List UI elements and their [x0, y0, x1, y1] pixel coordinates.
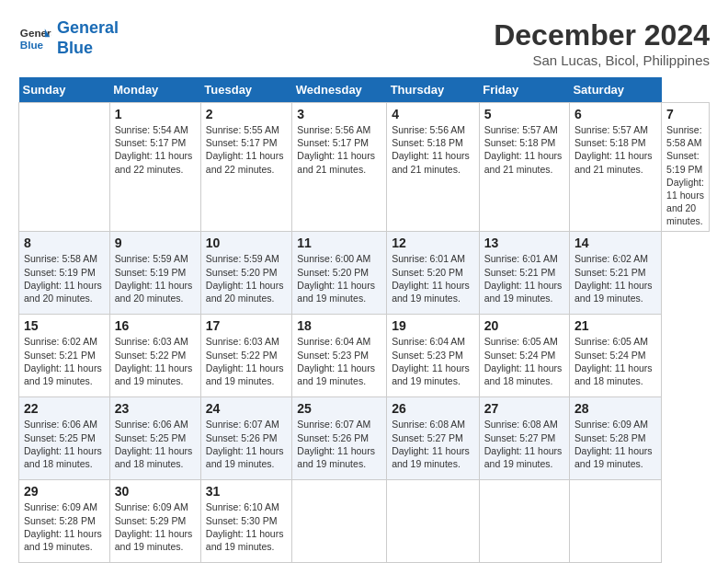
day-info: Sunrise: 6:08 AM Sunset: 5:27 PM Dayligh… — [392, 418, 474, 470]
calendar-day-cell: 4Sunrise: 5:56 AM Sunset: 5:18 PM Daylig… — [387, 103, 480, 232]
day-header-friday: Friday — [479, 77, 569, 103]
calendar-table: SundayMondayTuesdayWednesdayThursdayFrid… — [18, 77, 710, 563]
day-header-monday: Monday — [109, 77, 200, 103]
location: San Lucas, Bicol, Philippines — [494, 52, 710, 68]
day-info: Sunrise: 5:56 AM Sunset: 5:17 PM Dayligh… — [297, 123, 381, 176]
day-number: 22 — [24, 401, 105, 416]
day-number: 2 — [206, 107, 288, 121]
day-number: 14 — [574, 236, 656, 250]
day-number: 12 — [392, 236, 474, 250]
day-number: 30 — [115, 484, 196, 499]
day-number: 6 — [574, 107, 656, 121]
day-info: Sunrise: 6:03 AM Sunset: 5:22 PM Dayligh… — [115, 335, 196, 387]
day-number: 3 — [297, 107, 381, 121]
calendar-day-cell: 18Sunrise: 6:04 AM Sunset: 5:23 PM Dayli… — [292, 315, 387, 397]
day-number: 23 — [115, 401, 196, 416]
day-number: 10 — [206, 236, 288, 250]
day-info: Sunrise: 6:10 AM Sunset: 5:30 PM Dayligh… — [206, 500, 288, 553]
day-info: Sunrise: 6:05 AM Sunset: 5:24 PM Dayligh… — [574, 335, 656, 387]
day-number: 7 — [666, 107, 704, 121]
day-number: 18 — [297, 318, 381, 333]
calendar-day-cell — [387, 480, 480, 563]
calendar-day-cell: 1Sunrise: 5:54 AM Sunset: 5:17 PM Daylig… — [109, 103, 200, 232]
calendar-day-cell: 15Sunrise: 6:02 AM Sunset: 5:21 PM Dayli… — [19, 315, 110, 397]
day-header-thursday: Thursday — [387, 77, 480, 103]
calendar-day-cell: 21Sunrise: 6:05 AM Sunset: 5:24 PM Dayli… — [569, 315, 661, 397]
day-info: Sunrise: 5:58 AM Sunset: 5:19 PM Dayligh… — [24, 252, 105, 304]
day-info: Sunrise: 6:02 AM Sunset: 5:21 PM Dayligh… — [574, 252, 656, 304]
day-number: 15 — [24, 318, 105, 333]
day-number: 11 — [297, 236, 381, 250]
calendar-day-cell: 5Sunrise: 5:57 AM Sunset: 5:18 PM Daylig… — [479, 103, 569, 232]
day-info: Sunrise: 6:06 AM Sunset: 5:25 PM Dayligh… — [24, 418, 105, 470]
calendar-day-cell: 31Sunrise: 6:10 AM Sunset: 5:30 PM Dayli… — [200, 480, 292, 563]
day-number: 26 — [392, 401, 474, 416]
calendar-body: 1Sunrise: 5:54 AM Sunset: 5:17 PM Daylig… — [19, 103, 710, 563]
day-info: Sunrise: 5:56 AM Sunset: 5:18 PM Dayligh… — [392, 123, 474, 176]
day-number: 19 — [392, 318, 474, 333]
day-info: Sunrise: 6:07 AM Sunset: 5:26 PM Dayligh… — [206, 418, 288, 470]
day-info: Sunrise: 6:04 AM Sunset: 5:23 PM Dayligh… — [392, 335, 474, 387]
month-title: December 2024 — [494, 18, 710, 52]
day-number: 29 — [24, 484, 105, 499]
day-header-wednesday: Wednesday — [292, 77, 387, 103]
day-number: 13 — [484, 236, 564, 250]
calendar-header-row: SundayMondayTuesdayWednesdayThursdayFrid… — [19, 77, 710, 103]
day-info: Sunrise: 5:55 AM Sunset: 5:17 PM Dayligh… — [206, 123, 288, 176]
day-info: Sunrise: 6:00 AM Sunset: 5:20 PM Dayligh… — [297, 252, 381, 304]
day-number: 31 — [206, 484, 288, 499]
calendar-day-cell: 8Sunrise: 5:58 AM Sunset: 5:19 PM Daylig… — [19, 232, 110, 315]
day-header-sunday: Sunday — [19, 77, 110, 103]
logo-icon: General Blue — [18, 22, 51, 55]
day-info: Sunrise: 6:06 AM Sunset: 5:25 PM Dayligh… — [115, 418, 196, 470]
day-number: 21 — [574, 318, 656, 333]
day-number: 8 — [24, 236, 105, 250]
calendar-day-cell: 13Sunrise: 6:01 AM Sunset: 5:21 PM Dayli… — [479, 232, 569, 315]
day-number: 16 — [115, 318, 196, 333]
calendar-day-cell: 16Sunrise: 6:03 AM Sunset: 5:22 PM Dayli… — [109, 315, 200, 397]
calendar-day-cell: 28Sunrise: 6:09 AM Sunset: 5:28 PM Dayli… — [569, 397, 661, 480]
calendar-day-cell: 26Sunrise: 6:08 AM Sunset: 5:27 PM Dayli… — [387, 397, 480, 480]
calendar-day-cell: 14Sunrise: 6:02 AM Sunset: 5:21 PM Dayli… — [569, 232, 661, 315]
calendar-week-row: 29Sunrise: 6:09 AM Sunset: 5:28 PM Dayli… — [19, 480, 710, 563]
logo-line2: Blue — [57, 39, 93, 57]
calendar-day-cell: 19Sunrise: 6:04 AM Sunset: 5:23 PM Dayli… — [387, 315, 480, 397]
day-info: Sunrise: 5:57 AM Sunset: 5:18 PM Dayligh… — [484, 123, 564, 176]
day-info: Sunrise: 6:05 AM Sunset: 5:24 PM Dayligh… — [484, 335, 564, 387]
day-info: Sunrise: 6:03 AM Sunset: 5:22 PM Dayligh… — [206, 335, 288, 387]
calendar-day-cell: 10Sunrise: 5:59 AM Sunset: 5:20 PM Dayli… — [200, 232, 292, 315]
calendar-day-cell: 7Sunrise: 5:58 AM Sunset: 5:19 PM Daylig… — [662, 103, 710, 232]
calendar-day-cell: 6Sunrise: 5:57 AM Sunset: 5:18 PM Daylig… — [569, 103, 661, 232]
day-number: 5 — [484, 107, 564, 121]
day-number: 20 — [484, 318, 564, 333]
title-block: December 2024 San Lucas, Bicol, Philippi… — [494, 18, 710, 68]
calendar-day-cell: 23Sunrise: 6:06 AM Sunset: 5:25 PM Dayli… — [109, 397, 200, 480]
day-info: Sunrise: 6:07 AM Sunset: 5:26 PM Dayligh… — [297, 418, 381, 470]
calendar-day-cell: 22Sunrise: 6:06 AM Sunset: 5:25 PM Dayli… — [19, 397, 110, 480]
day-info: Sunrise: 5:59 AM Sunset: 5:20 PM Dayligh… — [206, 252, 288, 304]
day-number: 25 — [297, 401, 381, 416]
day-info: Sunrise: 6:09 AM Sunset: 5:28 PM Dayligh… — [574, 418, 656, 470]
day-number: 27 — [484, 401, 564, 416]
day-info: Sunrise: 5:58 AM Sunset: 5:19 PM Dayligh… — [666, 123, 704, 227]
calendar-day-cell — [479, 480, 569, 563]
calendar-day-cell — [569, 480, 661, 563]
day-header-tuesday: Tuesday — [200, 77, 292, 103]
calendar-day-cell: 24Sunrise: 6:07 AM Sunset: 5:26 PM Dayli… — [200, 397, 292, 480]
page-header: General Blue General Blue December 2024 … — [18, 18, 710, 68]
calendar-day-cell: 27Sunrise: 6:08 AM Sunset: 5:27 PM Dayli… — [479, 397, 569, 480]
day-info: Sunrise: 5:59 AM Sunset: 5:19 PM Dayligh… — [115, 252, 196, 304]
calendar-day-cell: 17Sunrise: 6:03 AM Sunset: 5:22 PM Dayli… — [200, 315, 292, 397]
calendar-day-cell: 3Sunrise: 5:56 AM Sunset: 5:17 PM Daylig… — [292, 103, 387, 232]
calendar-day-cell: 9Sunrise: 5:59 AM Sunset: 5:19 PM Daylig… — [109, 232, 200, 315]
calendar-day-cell — [19, 103, 110, 232]
day-number: 9 — [115, 236, 196, 250]
calendar-day-cell: 11Sunrise: 6:00 AM Sunset: 5:20 PM Dayli… — [292, 232, 387, 315]
day-info: Sunrise: 5:57 AM Sunset: 5:18 PM Dayligh… — [574, 123, 656, 176]
day-info: Sunrise: 6:02 AM Sunset: 5:21 PM Dayligh… — [24, 335, 105, 387]
day-info: Sunrise: 6:08 AM Sunset: 5:27 PM Dayligh… — [484, 418, 564, 470]
svg-text:Blue: Blue — [20, 38, 44, 50]
day-info: Sunrise: 6:09 AM Sunset: 5:29 PM Dayligh… — [115, 500, 196, 553]
day-info: Sunrise: 6:01 AM Sunset: 5:20 PM Dayligh… — [392, 252, 474, 304]
day-number: 24 — [206, 401, 288, 416]
